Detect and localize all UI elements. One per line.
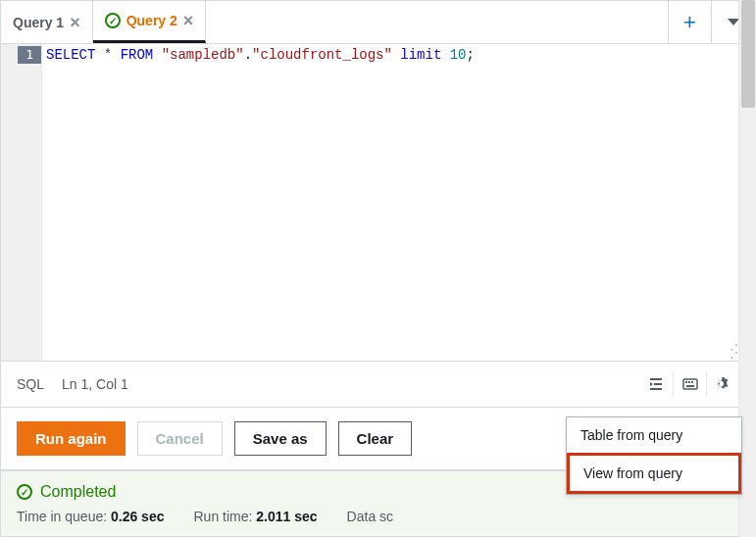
svg-rect-0 (683, 379, 697, 389)
svg-rect-4 (686, 385, 694, 387)
check-circle-icon: ✓ (105, 13, 121, 28)
line-number: 1 (18, 46, 41, 64)
close-icon[interactable]: × (183, 12, 194, 29)
sql-editor[interactable]: 1 SELECT * FROM "sampledb"."cloudfront_l… (1, 44, 755, 362)
editor-code[interactable]: SELECT * FROM "sampledb"."cloudfront_log… (42, 44, 479, 361)
tab-query-1[interactable]: Query 1 × (1, 1, 93, 43)
tab-query-2[interactable]: ✓ Query 2 × (93, 1, 207, 43)
queue-time: Time in queue: 0.26 sec (17, 509, 164, 524)
editor-gutter: 1 (1, 44, 42, 361)
save-as-button[interactable]: Save as (234, 421, 327, 456)
svg-rect-2 (688, 381, 690, 383)
plus-icon: + (683, 10, 696, 35)
run-time: Run time: 2.011 sec (193, 509, 317, 524)
new-tab-button[interactable]: + (669, 1, 712, 43)
format-icon[interactable] (639, 371, 673, 397)
run-again-button[interactable]: Run again (17, 421, 126, 456)
status-text: Completed (40, 483, 116, 501)
svg-rect-3 (691, 381, 693, 383)
svg-rect-1 (685, 381, 687, 383)
tab-label: Query 1 (13, 15, 64, 30)
keyboard-icon[interactable] (673, 371, 706, 397)
gear-icon (716, 376, 731, 392)
clear-button[interactable]: Clear (338, 421, 413, 456)
cursor-position: Ln 1, Col 1 (62, 376, 128, 392)
editor-lang: SQL (17, 376, 44, 392)
keyboard-icon (682, 376, 698, 392)
data-scanned: Data sc (347, 509, 393, 524)
scrollbar-thumb[interactable] (741, 0, 755, 108)
menu-item-view-from-query[interactable]: View from query (567, 453, 741, 494)
settings-icon[interactable] (706, 371, 739, 397)
tab-label: Query 2 (126, 13, 177, 28)
create-menu: Table from query View from query (566, 416, 742, 495)
check-circle-icon: ✓ (17, 484, 32, 500)
menu-item-table-from-query[interactable]: Table from query (567, 417, 741, 453)
indent-icon (648, 376, 664, 392)
editor-statusbar: SQL Ln 1, Col 1 (1, 362, 755, 408)
close-icon[interactable]: × (70, 14, 80, 31)
tabs-bar: Query 1 × ✓ Query 2 × + (1, 1, 755, 44)
cancel-button: Cancel (137, 421, 223, 456)
